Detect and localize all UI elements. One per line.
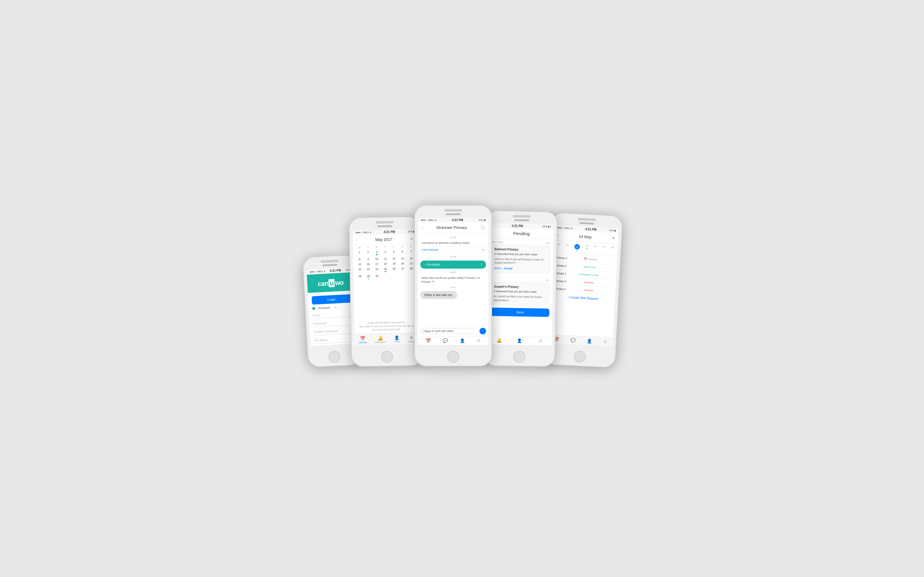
employer-radio-off: E... xyxy=(335,305,339,309)
chat-info-button[interactable]: ⓘ xyxy=(481,225,485,230)
notif-card1-title: Belmont Primary xyxy=(494,247,548,252)
cal-prev-icon[interactable]: ‹ xyxy=(356,237,357,242)
chat-school-name: Stranraer Primary xyxy=(423,225,481,230)
cal-cell-9[interactable]: 9 xyxy=(364,256,372,261)
notif-nav-bell-icon[interactable]: 🔔 xyxy=(497,338,502,342)
fullname-field[interactable]: Full Name xyxy=(314,335,353,344)
notif-section-2: (7) › Jospeh's Primary s requested that … xyxy=(487,276,553,309)
nav-calendar-label: Calendar xyxy=(358,341,367,343)
confirm-password-field[interactable]: Confirm Password xyxy=(313,327,353,335)
cal-cell-17[interactable]: 17 xyxy=(373,261,381,266)
cal-edit-icon[interactable]: ✏ xyxy=(410,236,413,241)
cal-cell-12[interactable]: 12 xyxy=(390,256,398,261)
nav-profile[interactable]: 👤 Profile xyxy=(394,335,400,343)
cal-cell-1[interactable]: 1 xyxy=(355,250,363,256)
cal-cell-3[interactable]: 3 xyxy=(372,250,381,256)
cal-cell-20[interactable]: 20 xyxy=(398,261,406,266)
cal-cell-24[interactable]: 24 xyxy=(373,266,381,273)
sched-add-icon[interactable]: + xyxy=(612,235,614,240)
accept-button-1[interactable]: Accept xyxy=(503,266,512,270)
sched-day-28[interactable]: 28 xyxy=(610,245,613,253)
email-field[interactable]: Email xyxy=(312,310,352,319)
home-button-1[interactable] xyxy=(328,350,340,363)
either-label: Either is fine with me. xyxy=(424,293,453,297)
chat-nav-calendar-icon[interactable]: 📅 xyxy=(426,338,431,343)
sched-nav-chat-icon[interactable]: 💬 xyxy=(570,338,576,343)
cal-cell-14[interactable]: 14 xyxy=(407,256,415,261)
sched-item4-arrow: › xyxy=(611,290,613,293)
cal-cell-19[interactable]: 19 xyxy=(390,261,398,266)
password-field[interactable]: Password xyxy=(313,319,352,327)
sched-day-27[interactable]: 27 xyxy=(602,245,605,253)
cal-cell-empty2 xyxy=(390,273,398,280)
employee-radio[interactable] xyxy=(312,306,315,310)
view-request-card[interactable]: View Request ∨ xyxy=(420,247,486,253)
cal-cell-31[interactable]: 31 xyxy=(373,273,381,280)
sched-day-23[interactable]: 23 xyxy=(565,243,568,251)
home-button-4[interactable] xyxy=(513,350,525,363)
cal-cell-15[interactable]: 15 xyxy=(355,262,364,266)
cal-cell-4[interactable]: 4 xyxy=(381,249,389,256)
sched-day-22[interactable]: 22 xyxy=(557,242,560,250)
notif-count-1: (3) › xyxy=(546,242,550,244)
cal-cell-8[interactable]: 8 xyxy=(355,257,363,261)
day-s2: S xyxy=(406,245,415,248)
phone-speaker-2 xyxy=(377,225,392,227)
home-button-3[interactable] xyxy=(447,351,459,363)
notif-nav-settings-icon[interactable]: ⚙ xyxy=(539,338,542,343)
sched-nav-profile-icon[interactable]: 👤 xyxy=(587,338,592,343)
login-button[interactable]: Login xyxy=(311,294,351,305)
sched-nav-settings-icon[interactable]: ⚙ xyxy=(603,339,607,344)
cal-cell-10[interactable]: 10 xyxy=(373,256,381,261)
cal-cell-13[interactable]: 13 xyxy=(398,256,406,261)
chat-nav-profile-icon[interactable]: 👤 xyxy=(460,338,465,343)
cal-cell-25[interactable]: 25 xyxy=(381,266,390,273)
cal-cell-23[interactable]: 23 xyxy=(364,266,373,273)
cal-cell-16[interactable]: 16 xyxy=(364,261,372,266)
day-w: W xyxy=(372,246,381,248)
day-t2: T xyxy=(381,245,390,248)
notif-nav-profile-icon[interactable]: 👤* xyxy=(516,338,523,343)
bottom-nav-notif: 🔔 👤* ⚙ xyxy=(487,335,551,345)
nav-settings[interactable]: ⚙ Settings xyxy=(408,335,415,342)
cal-cell-18-today[interactable]: 18 xyxy=(381,261,390,266)
phone-speaker-5 xyxy=(579,222,594,225)
send-button-notif[interactable]: Send xyxy=(490,308,549,317)
cal-cell-29[interactable]: 29 xyxy=(355,274,364,280)
cal-cell-6[interactable]: 6 xyxy=(398,249,406,255)
cal-cell-30[interactable]: 30 xyxy=(364,273,373,280)
time-1: 4:21 PM xyxy=(329,269,341,272)
decline-button-1[interactable]: ecline xyxy=(494,266,501,270)
cal-cell-7[interactable]: 7 xyxy=(406,249,415,255)
sched-item0-grade: Primary 4 xyxy=(555,256,567,259)
chat-message-2: What class would you preder today? Prima… xyxy=(420,276,486,284)
settings-nav-icon: ⚙ xyxy=(409,335,413,340)
home-button-2[interactable] xyxy=(381,350,393,363)
send-button[interactable]: ↑ xyxy=(479,328,486,334)
pending-clock-icon: ⏰ xyxy=(584,257,587,260)
sched-day-24[interactable]: 24 xyxy=(574,243,580,251)
notif-card2-msg: ris, would you like to our roster for fu… xyxy=(493,294,547,303)
nav-calendar[interactable]: 📅 Calendar xyxy=(358,336,367,343)
sched-day-26[interactable]: 26 xyxy=(594,244,597,252)
notif-card1-msg: ould you like to join ad Primary's roste… xyxy=(494,257,547,265)
logo-u: u xyxy=(328,279,335,287)
chat-time-1: 07:00 xyxy=(420,236,486,239)
sched-day-25[interactable]: 25 xyxy=(585,244,588,252)
cal-cell-5[interactable]: 5 xyxy=(390,249,398,256)
sched-prev-icon[interactable]: ‹ xyxy=(557,233,559,237)
carrier-5: ●●●○○ BELL ♦ xyxy=(557,226,572,230)
chat-nav-settings-icon[interactable]: ⚙ xyxy=(477,338,481,343)
home-button-5[interactable] xyxy=(573,350,586,363)
chat-input-field[interactable] xyxy=(420,328,478,334)
chat-header: ‹ Stranraer Primary ⓘ xyxy=(418,222,489,233)
chat-nav-msg-icon[interactable]: 💬 xyxy=(443,338,448,343)
nav-notifications[interactable]: 🔔 Notifications xyxy=(374,335,386,343)
cal-cell-11[interactable]: 11 xyxy=(381,256,390,261)
cal-cell-22[interactable]: 22 xyxy=(355,267,364,273)
cal-cell-21[interactable]: 21 xyxy=(407,261,415,266)
cal-cell-2[interactable]: 2 xyxy=(364,250,372,256)
cal-cell-26[interactable]: 26 xyxy=(390,266,398,273)
either-bubble: Either is fine with me. xyxy=(420,291,457,299)
cal-cell-27[interactable]: 27 xyxy=(398,266,407,272)
